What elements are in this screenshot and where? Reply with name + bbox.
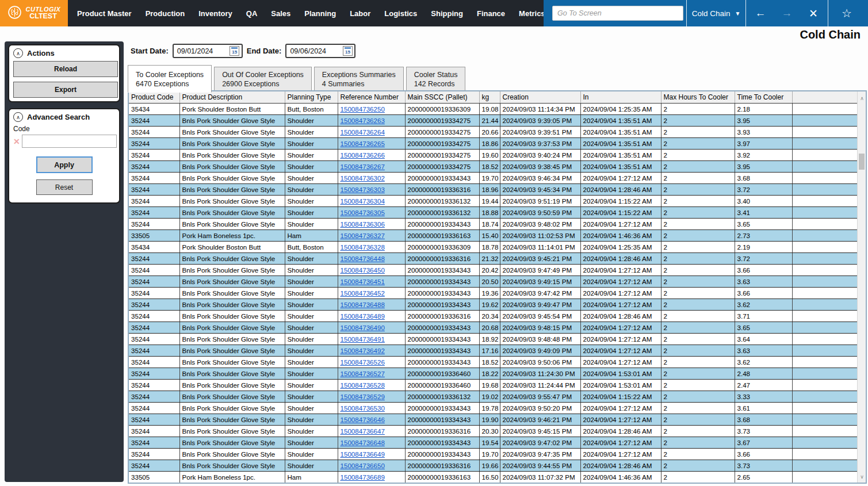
table-row[interactable]: 35244Bnls Pork Shoulder Glove StyleShoul…: [129, 460, 858, 471]
reference-number-link[interactable]: 150084736451: [341, 278, 385, 285]
table-row[interactable]: 33505Pork Ham Boneless 1pc.Ham1500847363…: [129, 229, 858, 241]
table-row[interactable]: 35244Bnls Pork Shoulder Glove StyleShoul…: [129, 252, 858, 264]
menu-item-sales[interactable]: Sales: [264, 9, 297, 18]
reference-number-link[interactable]: 150084736452: [341, 289, 385, 297]
table-row[interactable]: 35434Pork Shoulder Boston ButtButt, Bost…: [129, 241, 858, 252]
table-row[interactable]: 35244Bnls Pork Shoulder Glove StyleShoul…: [129, 425, 858, 437]
reference-number-link[interactable]: 150084736266: [341, 151, 385, 159]
vertical-scrollbar[interactable]: ∧ ∨: [857, 91, 866, 483]
column-header-time-to-cooler[interactable]: Time To Cooler: [735, 91, 792, 103]
reference-number-link[interactable]: 150084736488: [341, 301, 385, 308]
forward-arrow-icon[interactable]: →: [774, 7, 800, 20]
table-row[interactable]: 35244Bnls Pork Shoulder Glove StyleShoul…: [129, 183, 858, 195]
table-row[interactable]: 35244Bnls Pork Shoulder Glove StyleShoul…: [129, 275, 858, 287]
menu-item-inventory[interactable]: Inventory: [192, 9, 239, 18]
table-row[interactable]: 35244Bnls Pork Shoulder Glove StyleShoul…: [129, 172, 858, 183]
menu-item-finance[interactable]: Finance: [470, 9, 512, 18]
table-row[interactable]: 35434Pork Shoulder Boston ButtButt, Bost…: [129, 103, 858, 114]
reference-number-link[interactable]: 150084736490: [341, 324, 385, 331]
menu-item-planning[interactable]: Planning: [297, 9, 343, 18]
table-row[interactable]: 35244Bnls Pork Shoulder Glove StyleShoul…: [129, 114, 858, 126]
table-row[interactable]: 35244Bnls Pork Shoulder Glove StyleShoul…: [129, 368, 858, 379]
table-row[interactable]: 35244Bnls Pork Shoulder Glove StyleShoul…: [129, 437, 858, 448]
table-row[interactable]: 35244Bnls Pork Shoulder Glove StyleShoul…: [129, 160, 858, 172]
table-row[interactable]: 35244Bnls Pork Shoulder Glove StyleShoul…: [129, 379, 858, 391]
table-row[interactable]: 35244Bnls Pork Shoulder Glove StyleShoul…: [129, 206, 858, 218]
scroll-down-icon[interactable]: ∨: [858, 472, 866, 481]
table-row[interactable]: 35244Bnls Pork Shoulder Glove StyleShoul…: [129, 310, 858, 322]
column-header-max-hours-to-cooler[interactable]: Max Hours To Cooler: [661, 91, 735, 103]
reference-number-link[interactable]: 150084736530: [341, 404, 385, 412]
reference-number-link[interactable]: 150084736489: [341, 312, 385, 320]
menu-item-product-master[interactable]: Product Master: [70, 9, 139, 18]
reference-number-link[interactable]: 150084736265: [341, 140, 385, 147]
end-date-picker-button[interactable]: 15: [341, 45, 354, 57]
reference-number-link[interactable]: 150084736529: [341, 393, 385, 400]
start-date-field[interactable]: 09/01/2024 15: [173, 44, 243, 58]
clear-code-icon[interactable]: ✕: [13, 137, 20, 146]
column-header-creation[interactable]: Creation: [500, 91, 580, 103]
column-header-main-sscc-pallet[interactable]: Main SSCC (Pallet): [405, 91, 479, 103]
tab-out-of-cooler-exceptions[interactable]: Out Of Cooler Exceptions26900 Exceptions: [214, 67, 312, 93]
table-row[interactable]: 35244Bnls Pork Shoulder Glove StyleShoul…: [129, 356, 858, 368]
reference-number-link[interactable]: 150084736450: [341, 266, 385, 274]
go-to-screen-input[interactable]: [552, 6, 683, 21]
reference-number-link[interactable]: 150084736306: [341, 220, 385, 228]
reference-number-link[interactable]: 150084736646: [341, 416, 385, 423]
menu-item-logistics[interactable]: Logistics: [377, 9, 424, 18]
column-header-reference-number[interactable]: Reference Number: [338, 91, 405, 103]
tab-to-cooler-exceptions[interactable]: To Cooler Exceptions6470 Exceptions: [128, 65, 212, 93]
table-row[interactable]: 35244Bnls Pork Shoulder Glove StyleShoul…: [129, 218, 858, 229]
table-row[interactable]: 35244Bnls Pork Shoulder Glove StyleShoul…: [129, 345, 858, 356]
reference-number-link[interactable]: 150084736304: [341, 197, 385, 205]
reference-number-link[interactable]: 150084736328: [341, 243, 385, 251]
reference-number-link[interactable]: 150084736492: [341, 347, 385, 354]
reference-number-link[interactable]: 150084736491: [341, 335, 385, 343]
favorite-star-icon[interactable]: ☆: [842, 6, 852, 20]
table-row[interactable]: 35244Bnls Pork Shoulder Glove StyleShoul…: [129, 137, 858, 149]
reference-number-link[interactable]: 150084736448: [341, 255, 385, 262]
reference-number-link[interactable]: 150084736264: [341, 128, 385, 136]
table-row[interactable]: 35244Bnls Pork Shoulder Glove StyleShoul…: [129, 402, 858, 414]
screen-selector-dropdown[interactable]: Cold Chain ▼: [687, 0, 745, 26]
reference-number-link[interactable]: 150084736649: [341, 450, 385, 458]
end-date-value[interactable]: 09/06/2024: [286, 47, 341, 55]
table-row[interactable]: 35244Bnls Pork Shoulder Glove StyleShoul…: [129, 333, 858, 345]
reference-number-link[interactable]: 150084736303: [341, 186, 385, 193]
table-row[interactable]: 35244Bnls Pork Shoulder Glove StyleShoul…: [129, 483, 858, 484]
reference-number-link[interactable]: 150084736250: [341, 105, 385, 113]
column-header-in[interactable]: In: [580, 91, 661, 103]
reference-number-link[interactable]: 150084736528: [341, 381, 385, 389]
code-input[interactable]: [22, 135, 117, 148]
column-header-planning-type[interactable]: Planning Type: [285, 91, 338, 103]
table-row[interactable]: 35244Bnls Pork Shoulder Glove StyleShoul…: [129, 126, 858, 137]
table-row[interactable]: 35244Bnls Pork Shoulder Glove StyleShoul…: [129, 299, 858, 310]
scrollbar-thumb[interactable]: [859, 154, 865, 170]
column-header-product-code[interactable]: Product Code: [129, 91, 179, 103]
reference-number-link[interactable]: 150084736647: [341, 427, 385, 435]
reference-number-link[interactable]: 150084736650: [341, 462, 385, 469]
menu-item-shipping[interactable]: Shipping: [424, 9, 470, 18]
menu-item-qa[interactable]: QA: [239, 9, 265, 18]
start-date-picker-button[interactable]: 15: [228, 45, 242, 57]
reference-number-link[interactable]: 150084736527: [341, 370, 385, 377]
menu-item-production[interactable]: Production: [139, 9, 192, 18]
scroll-up-icon[interactable]: ∧: [858, 94, 866, 103]
table-row[interactable]: 35244Bnls Pork Shoulder Glove StyleShoul…: [129, 414, 858, 425]
apply-button[interactable]: Apply: [36, 156, 93, 173]
reference-number-link[interactable]: 150084736305: [341, 209, 385, 216]
reload-button[interactable]: Reload: [13, 61, 118, 77]
back-arrow-icon[interactable]: ←: [747, 7, 774, 20]
table-row[interactable]: 35244Bnls Pork Shoulder Glove StyleShoul…: [129, 391, 858, 402]
reference-number-link[interactable]: 150084736267: [341, 163, 385, 170]
reset-button[interactable]: Reset: [36, 179, 93, 195]
column-header-product-description[interactable]: Product Description: [179, 91, 285, 103]
start-date-value[interactable]: 09/01/2024: [174, 47, 228, 55]
column-header-kg[interactable]: kg: [479, 91, 500, 103]
table-row[interactable]: 33505Pork Ham Boneless 1pc.Ham1500847366…: [129, 471, 858, 483]
end-date-field[interactable]: 09/06/2024 15: [285, 44, 355, 58]
export-button[interactable]: Export: [13, 82, 118, 98]
table-row[interactable]: 35244Bnls Pork Shoulder Glove StyleShoul…: [129, 195, 858, 206]
app-logo[interactable]: CUTLOGIX CLTEST: [0, 0, 68, 26]
reference-number-link[interactable]: 150084736302: [341, 174, 385, 182]
